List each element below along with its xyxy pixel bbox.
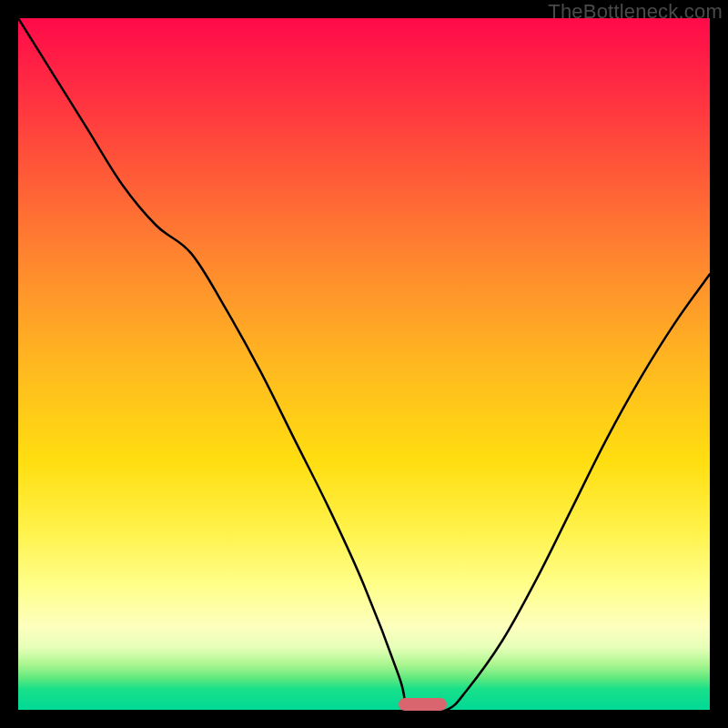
plot-area: [18, 18, 710, 710]
chart-frame: TheBottleneck.com: [0, 0, 728, 728]
optimal-range-marker: [399, 698, 447, 711]
bottleneck-curve: [18, 18, 710, 710]
